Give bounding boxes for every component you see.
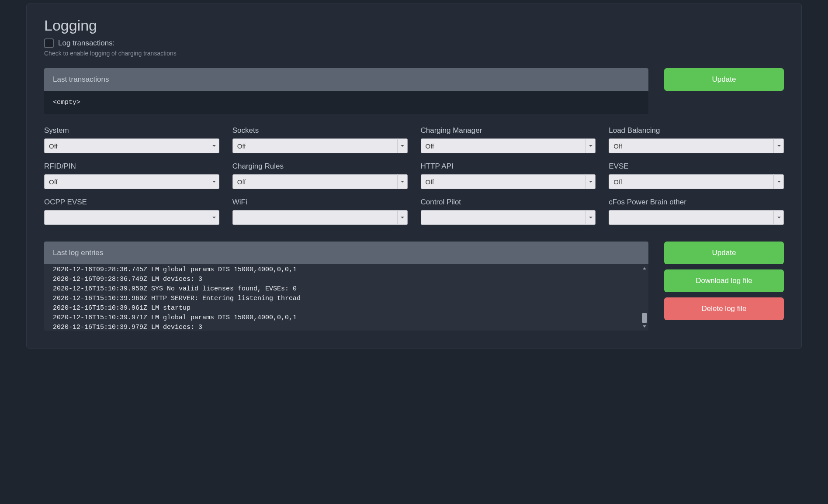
select-system[interactable]: Off (44, 138, 219, 153)
select-cell: RFID/PINOff (44, 162, 219, 189)
select-charging-rules[interactable]: Off (232, 174, 408, 189)
select-label-cfos-power-brain-other: cFos Power Brain other (609, 198, 784, 207)
select-wrap: Off (44, 174, 219, 189)
delete-log-button[interactable]: Delete log file (664, 297, 784, 320)
select-cell: Load BalancingOff (609, 126, 784, 153)
select-evse[interactable]: Off (609, 174, 784, 189)
select-load-balancing[interactable]: Off (609, 138, 784, 153)
last-transactions-card: Last transactions <empty> (44, 68, 648, 114)
select-label-system: System (44, 126, 219, 135)
select-cell: SocketsOff (232, 126, 408, 153)
select-wrap: Off (232, 138, 408, 153)
select-rfid-pin[interactable]: Off (44, 174, 219, 189)
log-levels-grid: SystemOffSocketsOffCharging ManagerOffLo… (44, 126, 784, 225)
select-label-http-api: HTTP API (421, 162, 596, 171)
select-wrap: Off (44, 138, 219, 153)
select-cell: OCPP EVSE (44, 198, 219, 225)
select-wrap (44, 210, 219, 225)
log-scrollbar[interactable] (642, 266, 647, 329)
select-wrap: Off (609, 138, 784, 153)
select-cell: EVSEOff (609, 162, 784, 189)
scroll-up-icon[interactable] (642, 266, 647, 271)
select-cell: SystemOff (44, 126, 219, 153)
select-cell: HTTP APIOff (421, 162, 596, 189)
scroll-down-icon[interactable] (642, 324, 647, 329)
last-log-entries-card: Last log entries 2020-12-16T09:28:36.745… (44, 242, 648, 331)
log-transactions-checkbox[interactable] (44, 38, 54, 48)
select-wrap (421, 210, 596, 225)
log-body: 2020-12-16T09:28:36.745Z LM global param… (44, 264, 648, 331)
select-label-evse: EVSE (609, 162, 784, 171)
select-label-sockets: Sockets (232, 126, 408, 135)
select-cfos-power-brain-other[interactable] (609, 210, 784, 225)
select-label-ocpp-evse: OCPP EVSE (44, 198, 219, 207)
scroll-thumb[interactable] (642, 313, 647, 323)
select-wrap: Off (421, 138, 596, 153)
log-transactions-label: Log transactions: (58, 39, 114, 48)
last-transactions-body: <empty> (44, 91, 648, 114)
last-log-entries-header: Last log entries (44, 242, 648, 264)
select-cell: Charging RulesOff (232, 162, 408, 189)
log-text: 2020-12-16T09:28:36.745Z LM global param… (44, 264, 648, 331)
select-label-charging-rules: Charging Rules (232, 162, 408, 171)
select-wrap: Off (232, 174, 408, 189)
logging-panel: Logging Log transactions: Check to enabl… (26, 3, 802, 349)
select-wifi[interactable] (232, 210, 408, 225)
select-wrap (232, 210, 408, 225)
select-ocpp-evse[interactable] (44, 210, 219, 225)
select-label-load-balancing: Load Balancing (609, 126, 784, 135)
select-charging-manager[interactable]: Off (421, 138, 596, 153)
update-transactions-button[interactable]: Update (664, 68, 784, 91)
select-wrap: Off (421, 174, 596, 189)
select-cell: WiFi (232, 198, 408, 225)
select-label-control-pilot: Control Pilot (421, 198, 596, 207)
page-title: Logging (44, 17, 784, 34)
select-control-pilot[interactable] (421, 210, 596, 225)
select-http-api[interactable]: Off (421, 174, 596, 189)
update-log-button[interactable]: Update (664, 242, 784, 264)
select-wrap: Off (609, 174, 784, 189)
last-transactions-header: Last transactions (44, 68, 648, 91)
select-label-charging-manager: Charging Manager (421, 126, 596, 135)
log-transactions-help: Check to enable logging of charging tran… (44, 50, 784, 57)
download-log-button[interactable]: Download log file (664, 269, 784, 292)
log-transactions-row: Log transactions: (44, 38, 784, 48)
select-wrap (609, 210, 784, 225)
select-label-wifi: WiFi (232, 198, 408, 207)
select-label-rfid-pin: RFID/PIN (44, 162, 219, 171)
select-sockets[interactable]: Off (232, 138, 408, 153)
select-cell: Control Pilot (421, 198, 596, 225)
select-cell: cFos Power Brain other (609, 198, 784, 225)
select-cell: Charging ManagerOff (421, 126, 596, 153)
